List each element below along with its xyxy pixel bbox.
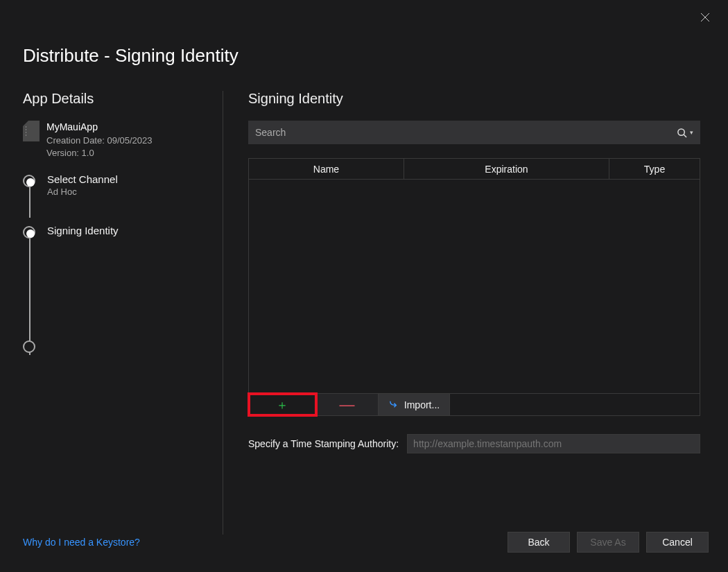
step-dot-icon (23, 340, 35, 353)
step-connector (29, 187, 31, 218)
search-bar: ▾ (248, 121, 700, 144)
import-icon (388, 399, 399, 410)
back-button[interactable]: Back (508, 532, 570, 553)
chevron-down-icon: ▾ (690, 129, 693, 136)
step-dot-icon (23, 175, 35, 187)
import-label: Import... (404, 399, 440, 410)
add-identity-button[interactable]: ＋ (249, 394, 316, 415)
search-icon (677, 128, 687, 138)
timestamp-authority-label: Specify a Time Stamping Authority: (248, 438, 399, 449)
plus-icon: ＋ (276, 397, 288, 413)
signing-identity-pane: Signing Identity ▾ Name Expiration Type (223, 91, 728, 535)
column-name[interactable]: Name (249, 159, 404, 179)
table-body[interactable] (249, 180, 700, 393)
table-toolbar: ＋ — Import... (249, 393, 700, 415)
search-input[interactable] (255, 127, 677, 138)
table-header: Name Expiration Type (249, 159, 700, 180)
wizard-steps: Select Channel Ad Hoc Signing Identity (23, 173, 223, 236)
svg-line-3 (684, 135, 686, 137)
step-signing-identity[interactable]: Signing Identity (31, 225, 223, 236)
step-dot-icon (23, 226, 35, 239)
minus-icon: — (340, 396, 355, 414)
step-select-channel[interactable]: Select Channel Ad Hoc (31, 173, 223, 197)
dialog-window: Distribute - Signing Identity App Detail… (0, 0, 728, 572)
step-connector (29, 239, 31, 355)
content-area: App Details MyMauiApp Creation Date: 09/… (0, 91, 728, 535)
remove-identity-button[interactable]: — (316, 394, 379, 415)
save-as-button: Save As (577, 532, 639, 553)
identity-table: Name Expiration Type ＋ — (248, 158, 700, 416)
dialog-footer: Why do I need a Keystore? Back Save As C… (23, 532, 709, 553)
column-type[interactable]: Type (609, 159, 700, 179)
step-title: Select Channel (47, 173, 223, 185)
app-details-pane: App Details MyMauiApp Creation Date: 09/… (0, 91, 223, 535)
footer-buttons: Back Save As Cancel (508, 532, 709, 553)
app-version: Version: 1.0 (46, 147, 153, 159)
import-identity-button[interactable]: Import... (379, 394, 450, 415)
column-expiration[interactable]: Expiration (404, 159, 609, 179)
timestamp-authority-row: Specify a Time Stamping Authority: (248, 434, 700, 453)
step-title: Signing Identity (47, 225, 223, 236)
search-button[interactable]: ▾ (677, 128, 693, 138)
keystore-help-link[interactable]: Why do I need a Keystore? (23, 537, 140, 548)
apk-file-icon (23, 121, 40, 141)
app-info: MyMauiApp Creation Date: 09/05/2023 Vers… (23, 121, 223, 159)
page-title: Distribute - Signing Identity (0, 0, 728, 67)
cancel-button[interactable]: Cancel (646, 532, 709, 553)
close-icon (700, 12, 710, 22)
step-subtitle: Ad Hoc (47, 187, 223, 197)
timestamp-authority-input[interactable] (407, 434, 700, 453)
app-details-heading: App Details (23, 91, 223, 107)
app-info-text: MyMauiApp Creation Date: 09/05/2023 Vers… (46, 121, 153, 159)
signing-identity-heading: Signing Identity (248, 91, 700, 107)
svg-point-2 (678, 128, 684, 135)
app-creation-date: Creation Date: 09/05/2023 (46, 135, 153, 147)
app-name: MyMauiApp (46, 121, 153, 135)
close-button[interactable] (696, 8, 714, 26)
